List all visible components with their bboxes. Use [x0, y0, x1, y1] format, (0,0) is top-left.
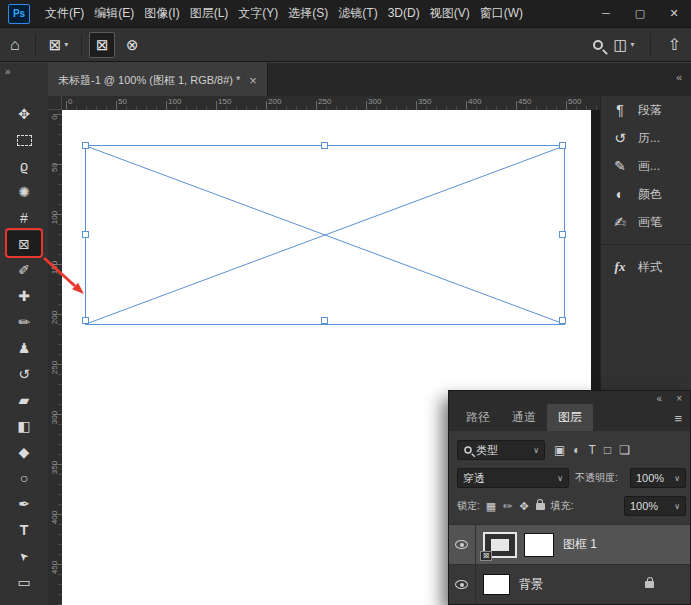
ruler-label: 200: [268, 97, 281, 106]
menu-bar: 文件(F) 编辑(E) 图像(I) 图层(L) 文字(Y) 选择(S) 滤镜(T…: [40, 0, 528, 27]
frame-layer-thumbnail[interactable]: ⊠: [483, 532, 517, 558]
lock-image-icon[interactable]: ✏: [503, 500, 512, 513]
tool-brush[interactable]: ✏: [6, 309, 42, 335]
filter-adjustment-layers-icon[interactable]: ◐: [573, 443, 580, 457]
frame-handle-middle-left[interactable]: [82, 231, 89, 238]
filter-type-layers-icon[interactable]: T: [589, 443, 596, 457]
rail-item-history[interactable]: ↺ 历...: [601, 124, 691, 152]
toolbar-collapse-icon[interactable]: »: [5, 66, 11, 77]
tool-type[interactable]: T: [6, 517, 42, 543]
menu-file[interactable]: 文件(F): [40, 0, 89, 27]
frame-handle-bottom-right[interactable]: [559, 317, 566, 324]
rectangular-frame-button[interactable]: ⊠: [89, 32, 115, 58]
filter-smart-objects-icon[interactable]: ❏: [619, 443, 630, 457]
menu-layer[interactable]: 图层(L): [185, 0, 234, 27]
blend-mode-select[interactable]: 穿透 ∨: [457, 468, 569, 488]
tab-paths[interactable]: 路径: [455, 404, 501, 431]
tool-path-selection[interactable]: ➤: [6, 543, 42, 569]
close-button[interactable]: ✕: [657, 0, 691, 27]
tab-layers[interactable]: 图层: [547, 404, 593, 431]
options-bar-right: ◫ ▾ ⇧: [593, 34, 683, 56]
visibility-eye-icon[interactable]: [455, 580, 468, 589]
panel-close-icon[interactable]: ×: [676, 393, 682, 404]
layer-row-frame[interactable]: ⊠ 图框 1: [449, 524, 690, 564]
tab-close-icon[interactable]: ×: [249, 73, 257, 88]
chevron-down-icon: ∨: [674, 502, 680, 511]
fill-select[interactable]: 100% ∨: [624, 496, 686, 516]
home-icon[interactable]: ⌂: [0, 36, 30, 54]
search-icon[interactable]: [593, 40, 603, 50]
rail-item-brush-settings[interactable]: ✎ 画...: [601, 152, 691, 180]
rail-item-paragraph[interactable]: ¶ 段落: [601, 96, 691, 124]
share-icon[interactable]: ⇧: [666, 35, 683, 54]
move-icon: ✥: [18, 106, 30, 122]
tool-gradient[interactable]: ◧: [6, 413, 42, 439]
lock-transparency-icon[interactable]: ▦: [486, 500, 496, 513]
layer-filter-select[interactable]: 类型 ∨: [457, 440, 545, 460]
tool-rectangle[interactable]: ▭: [6, 569, 42, 595]
lock-all-icon[interactable]: [536, 503, 545, 510]
quick-selection-icon: ✺: [18, 184, 30, 200]
filter-pixel-layers-icon[interactable]: ▣: [554, 443, 565, 457]
document-tab[interactable]: 未标题-1 @ 100% (图框 1, RGB/8#) * ×: [48, 63, 268, 97]
rail-item-color[interactable]: ◐ 颜色: [601, 180, 691, 208]
frame-content-thumbnail[interactable]: [524, 533, 554, 557]
tool-more[interactable]: ⋯: [6, 595, 42, 605]
tool-pen[interactable]: ✒: [6, 491, 42, 517]
frame-handle-top-right[interactable]: [559, 142, 566, 149]
workspace-switcher[interactable]: ◫ ▾: [613, 36, 634, 54]
rail-item-styles[interactable]: fx 样式: [601, 253, 691, 281]
visibility-eye-icon[interactable]: [455, 540, 468, 549]
tool-eraser[interactable]: ▰: [6, 387, 42, 413]
tool-quick-selection[interactable]: ✺: [6, 179, 42, 205]
frame-handle-bottom-left[interactable]: [82, 317, 89, 324]
background-layer-thumbnail[interactable]: [483, 574, 510, 595]
lock-position-icon[interactable]: ✥: [519, 500, 528, 513]
tool-rectangular-marquee[interactable]: [6, 127, 42, 153]
opacity-select[interactable]: 100% ∨: [630, 468, 686, 488]
tool-blur[interactable]: ◆: [6, 439, 42, 465]
rail-item-label: 颜色: [638, 186, 662, 203]
menu-view[interactable]: 视图(V): [425, 0, 475, 27]
menu-edit[interactable]: 编辑(E): [89, 0, 139, 27]
tab-channels[interactable]: 通道: [501, 404, 547, 431]
frame-placeholder[interactable]: [85, 145, 565, 325]
maximize-button[interactable]: ▢: [623, 0, 657, 27]
menu-select[interactable]: 选择(S): [283, 0, 333, 27]
separator: [650, 34, 651, 56]
tool-history-brush[interactable]: ↺: [6, 361, 42, 387]
tool-move[interactable]: ✥: [6, 101, 42, 127]
lock-options: ▦ ✏ ✥: [486, 500, 545, 513]
tool-eyedropper[interactable]: ✐: [6, 257, 42, 283]
minimize-button[interactable]: ─: [589, 0, 623, 27]
menu-3d[interactable]: 3D(D): [383, 0, 425, 27]
frame-handle-top-center[interactable]: [321, 142, 328, 149]
tool-clone-stamp[interactable]: ♟: [6, 335, 42, 361]
layer-row-background[interactable]: 背景: [449, 564, 690, 604]
panel-menu-icon[interactable]: ≡: [674, 411, 682, 426]
menu-image[interactable]: 图像(I): [139, 0, 184, 27]
collapse-panels-icon[interactable]: «: [676, 71, 682, 83]
frame-handle-bottom-center[interactable]: [321, 317, 328, 324]
fill-label: 填充:: [551, 499, 574, 513]
ruler-label: 300: [368, 97, 381, 106]
tool-spot-healing[interactable]: ✚: [6, 283, 42, 309]
menu-window[interactable]: 窗口(W): [475, 0, 528, 27]
eraser-icon: ▰: [19, 392, 30, 408]
menu-filter[interactable]: 滤镜(T): [333, 0, 382, 27]
frame-handle-middle-right[interactable]: [559, 231, 566, 238]
tool-preset-picker[interactable]: ⊠ ▾: [41, 36, 77, 54]
frame-handle-top-left[interactable]: [82, 142, 89, 149]
rail-item-brushes[interactable]: ✍ 画笔: [601, 208, 691, 236]
menu-type[interactable]: 文字(Y): [233, 0, 283, 27]
panel-collapse-icon[interactable]: «: [657, 393, 663, 404]
blur-icon: ◆: [19, 444, 30, 460]
filter-shape-layers-icon[interactable]: □: [604, 443, 611, 457]
tool-lasso[interactable]: ϱ: [6, 153, 42, 179]
titlebar: Ps 文件(F) 编辑(E) 图像(I) 图层(L) 文字(Y) 选择(S) 滤…: [0, 0, 691, 28]
ruler-label: 250: [318, 97, 331, 106]
tool-dodge[interactable]: ○: [6, 465, 42, 491]
elliptical-frame-button[interactable]: ⊗: [119, 32, 145, 58]
frame-diagonals: [86, 146, 564, 324]
chevron-down-icon: ▾: [631, 40, 635, 49]
